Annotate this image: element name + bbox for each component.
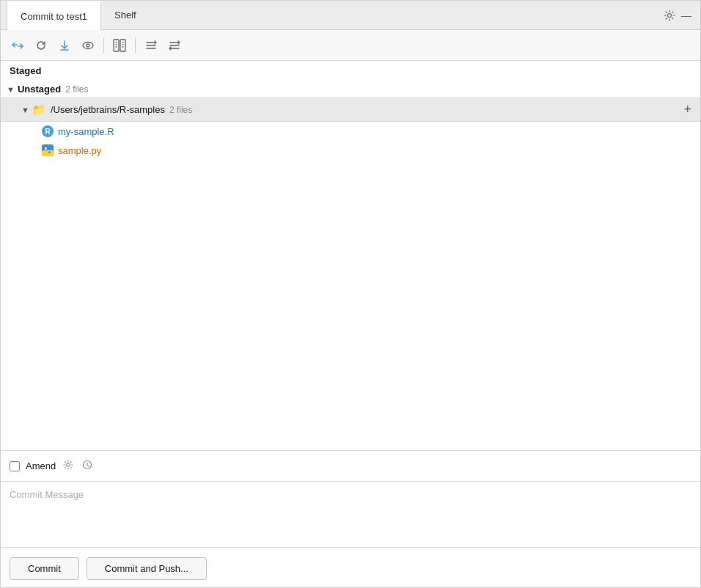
file-row[interactable]: R my-sample.R — [1, 122, 700, 141]
toolbar — [1, 30, 700, 61]
minimize-icon: — — [681, 10, 691, 21]
unstaged-label: Unstaged — [18, 84, 61, 95]
r-file-name: my-sample.R — [58, 126, 114, 137]
toolbar-separator-2 — [135, 37, 136, 54]
eye-icon — [81, 39, 95, 52]
unstage-all-icon — [168, 39, 181, 52]
unstage-all-button[interactable] — [164, 36, 186, 55]
refresh-icon — [34, 39, 48, 52]
svg-point-7 — [45, 147, 47, 150]
svg-rect-3 — [114, 40, 119, 51]
file-list-area: Staged ▼ Unstaged 2 files ▼ 📁 /Users/jet… — [1, 61, 700, 450]
amend-row: Amend — [1, 451, 700, 482]
tab-shelf[interactable]: Shelf — [101, 1, 150, 30]
folder-icon: 📁 — [32, 103, 46, 117]
amend-gear-icon — [63, 460, 73, 470]
folder-path: /Users/jetbrains/R-samples — [51, 104, 165, 115]
svg-point-8 — [48, 151, 51, 153]
commit-and-push-button[interactable]: Commit and Push... — [87, 557, 207, 580]
minimize-button[interactable]: — — [678, 7, 694, 24]
update-button[interactable] — [7, 36, 29, 55]
amend-label: Amend — [26, 460, 56, 471]
gear-icon — [664, 10, 675, 21]
tab-commit[interactable]: Commit to test1 — [7, 1, 101, 30]
fetch-button[interactable] — [54, 36, 76, 55]
unstaged-count: 2 files — [65, 84, 88, 95]
diff-view-button[interactable] — [109, 36, 131, 55]
commit-message-input[interactable] — [1, 482, 700, 548]
folder-row[interactable]: ▼ 📁 /Users/jetbrains/R-samples 2 files + — [1, 98, 700, 122]
folder-add-button[interactable]: + — [680, 102, 694, 117]
tab-bar: Commit to test1 Shelf — — [1, 1, 700, 30]
svg-point-9 — [67, 463, 70, 466]
main-panel: Commit to test1 Shelf — — [0, 0, 701, 588]
show-diff-button[interactable] — [77, 36, 99, 55]
settings-button[interactable] — [661, 7, 678, 24]
refresh-button[interactable] — [30, 36, 52, 55]
file-row[interactable]: sample.py — [1, 141, 700, 160]
download-icon — [58, 39, 71, 52]
toolbar-separator-1 — [103, 37, 104, 54]
unstaged-chevron-icon: ▼ — [7, 85, 15, 94]
folder-count: 2 files — [169, 105, 192, 115]
svg-point-2 — [87, 44, 89, 47]
diff-icon — [113, 39, 126, 52]
commit-button[interactable]: Commit — [10, 557, 79, 580]
svg-point-1 — [83, 42, 93, 48]
stage-all-button[interactable] — [140, 36, 162, 55]
stage-all-icon — [144, 39, 158, 52]
py-file-icon — [42, 144, 54, 156]
folder-chevron-icon: ▼ — [21, 106, 29, 114]
svg-rect-4 — [120, 40, 125, 51]
unstaged-section-row[interactable]: ▼ Unstaged 2 files — [1, 81, 700, 98]
svg-rect-6 — [42, 150, 54, 156]
py-file-name: sample.py — [58, 145, 101, 156]
commit-buttons-row: Commit Commit and Push... — [1, 550, 700, 587]
amend-history-button[interactable] — [81, 458, 94, 474]
amend-settings-button[interactable] — [62, 458, 75, 474]
svg-point-0 — [668, 13, 672, 17]
update-icon — [11, 39, 24, 52]
amend-checkbox[interactable] — [10, 461, 20, 471]
clock-icon — [82, 460, 92, 470]
r-file-icon: R — [42, 125, 54, 137]
staged-section-header: Staged — [1, 61, 700, 81]
bottom-section: Amend Commit Commit and Push — [1, 450, 700, 587]
